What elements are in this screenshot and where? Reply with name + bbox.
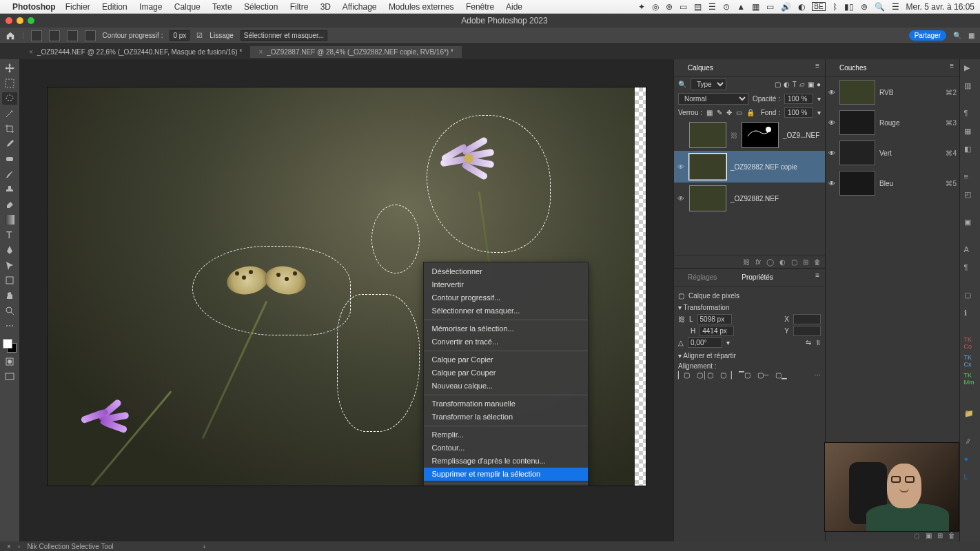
color-icon[interactable]: ◧ — [964, 145, 977, 157]
home-icon[interactable] — [6, 31, 15, 41]
layer-thumb[interactable] — [689, 154, 726, 180]
panel-menu-icon[interactable]: ≡ — [815, 271, 819, 283]
search-icon[interactable]: 🔍 — [953, 32, 961, 39]
styles-icon[interactable]: ◰ — [964, 190, 977, 202]
adjustments-tab[interactable]: Réglages — [680, 271, 725, 283]
menubar-icon[interactable]: ◎ — [652, 2, 659, 12]
color-swatches[interactable] — [3, 339, 17, 353]
align-left-icon[interactable]: ▏▢ — [678, 371, 690, 379]
channel-row[interactable]: 👁Vert⌘4 — [826, 138, 959, 168]
screenmode-tool[interactable] — [2, 371, 17, 383]
info-icon[interactable]: ℹ — [964, 309, 977, 321]
minimize-window[interactable] — [17, 17, 23, 24]
more-tools[interactable]: ⋯ — [2, 320, 17, 332]
selection-sub-icon[interactable] — [67, 30, 78, 41]
character-icon[interactable]: ¶ — [964, 109, 977, 121]
menu-calque[interactable]: Calque — [174, 2, 201, 12]
clock[interactable]: Mer. 5 avr. à 16:05 — [906, 2, 974, 12]
battery-icon[interactable]: ▮▯ — [844, 2, 854, 12]
chevron-down-icon[interactable]: ▾ — [817, 95, 821, 103]
ctx-stroke[interactable]: Contour... — [424, 441, 588, 455]
blend-mode-select[interactable]: Normal — [678, 93, 748, 105]
more-icon[interactable]: ⋯ — [814, 371, 821, 379]
healing-tool[interactable] — [2, 153, 17, 165]
fill-input[interactable] — [784, 107, 813, 118]
close-icon[interactable]: × — [29, 48, 33, 56]
libraries-icon[interactable]: ▣ — [964, 218, 977, 230]
workspace-icon[interactable]: ▦ — [968, 32, 974, 39]
close-strip-icon[interactable]: × — [7, 543, 11, 550]
type-panel-icon[interactable]: A — [964, 245, 977, 258]
menubar-icon[interactable]: ▭ — [766, 2, 774, 12]
menu-image[interactable]: Image — [139, 2, 162, 12]
link-wh-icon[interactable]: ⛓ — [678, 315, 685, 323]
keyboard-lang[interactable]: BE — [812, 2, 825, 11]
lock-artboard-icon[interactable]: ▭ — [736, 109, 742, 116]
chevron-down-icon[interactable]: ▾ — [817, 109, 821, 116]
filter-type-icon[interactable]: T — [793, 81, 797, 88]
folder-icon[interactable]: 📁 — [964, 409, 977, 422]
menu-texte[interactable]: Texte — [212, 2, 232, 12]
menubar-icon[interactable]: ✦ — [638, 2, 645, 12]
hand-tool[interactable] — [2, 289, 17, 302]
ctx-save-selection[interactable]: Mémoriser la sélection... — [424, 322, 588, 335]
layer-row[interactable]: ⛓ _OZ9...NEF — [674, 119, 825, 151]
menubar-icon[interactable]: ☰ — [708, 2, 716, 12]
align-hcenter-icon[interactable]: ▢│▢ — [697, 371, 713, 379]
new-channel-icon[interactable]: ⊞ — [937, 532, 943, 539]
plugin-tk-icon[interactable]: TKMm — [964, 372, 977, 384]
mask-thumb[interactable] — [742, 122, 779, 148]
height-input[interactable] — [700, 326, 734, 336]
swatches-icon[interactable]: ▦ — [964, 127, 977, 139]
menu-fichier[interactable]: Fichier — [65, 2, 90, 12]
control-center-icon[interactable]: ☰ — [892, 2, 899, 12]
play-icon[interactable]: ▶ — [964, 63, 977, 76]
ctx-delete-and-fill[interactable]: Supprimer et remplir la sélection — [424, 468, 588, 481]
x-input[interactable] — [793, 314, 821, 324]
menu-fenetre[interactable]: Fenêtre — [466, 2, 494, 12]
link-icon[interactable]: ⛓ — [731, 132, 737, 139]
panel-menu-icon[interactable]: ≡ — [950, 62, 954, 74]
selection-intersect-icon[interactable] — [85, 30, 96, 41]
visibility-toggle[interactable]: 👁 — [677, 195, 685, 202]
filter-adjust-icon[interactable]: ◐ — [784, 81, 790, 88]
move-tool[interactable] — [2, 62, 17, 74]
delete-channel-icon[interactable]: 🗑 — [948, 532, 955, 539]
menu-affichage[interactable]: Affichage — [343, 2, 377, 12]
layer-thumb[interactable] — [689, 122, 726, 148]
menu-edition[interactable]: Edition — [102, 2, 127, 12]
lock-transp-icon[interactable]: ▦ — [706, 109, 713, 116]
shape-tool[interactable] — [2, 274, 17, 287]
channels-tab[interactable]: Couches — [831, 62, 875, 74]
plugin-tk-icon[interactable]: TKCx — [964, 354, 977, 366]
align-vcenter-icon[interactable]: ▢─ — [757, 371, 768, 379]
lasso-tool[interactable] — [2, 92, 17, 105]
plugin-l-icon[interactable]: L — [964, 472, 977, 485]
panel-menu-icon[interactable]: ≡ — [815, 62, 819, 74]
lock-position-icon[interactable]: ✥ — [726, 109, 732, 116]
marquee-tool[interactable] — [2, 77, 17, 90]
menubar-icon[interactable]: ◐ — [798, 2, 805, 12]
align-right-icon[interactable]: ▢▕ — [720, 371, 732, 379]
properties-tab[interactable]: Propriétés — [733, 271, 782, 283]
menubar-icon[interactable]: 🔊 — [781, 2, 791, 12]
filter-shape-icon[interactable]: ▱ — [799, 81, 805, 88]
app-name[interactable]: Photoshop — [12, 2, 56, 12]
document-tab[interactable]: ×_OZ92444.NEF @ 22,6% (_OZ92440.NEF, Mas… — [21, 46, 250, 58]
channel-row[interactable]: 👁RVB⌘2 — [826, 77, 959, 107]
selection-new-icon[interactable] — [31, 30, 42, 41]
visibility-toggle[interactable]: 👁 — [828, 89, 835, 96]
ctx-new-layer[interactable]: Nouveau calque... — [424, 380, 588, 393]
layer-style-icon[interactable]: fx — [755, 258, 761, 266]
close-icon[interactable]: × — [258, 48, 263, 56]
save-selection-icon[interactable]: ▣ — [926, 532, 932, 539]
menubar-icon[interactable]: ⊛ — [666, 2, 673, 12]
brushes-icon[interactable]: ⫽ — [964, 437, 977, 449]
menubar-icon[interactable]: ▲ — [737, 2, 745, 12]
document-tab[interactable]: ×_OZ92887.NEF @ 28,4% (_OZ92882.NEF copi… — [250, 46, 462, 58]
ctx-inverse[interactable]: Intervertir — [424, 278, 588, 291]
navigator-icon[interactable]: ▢ — [964, 291, 977, 303]
stamp-tool[interactable] — [2, 183, 17, 196]
visibility-toggle[interactable]: 👁 — [828, 180, 835, 187]
menu-selection[interactable]: Sélection — [244, 2, 278, 12]
